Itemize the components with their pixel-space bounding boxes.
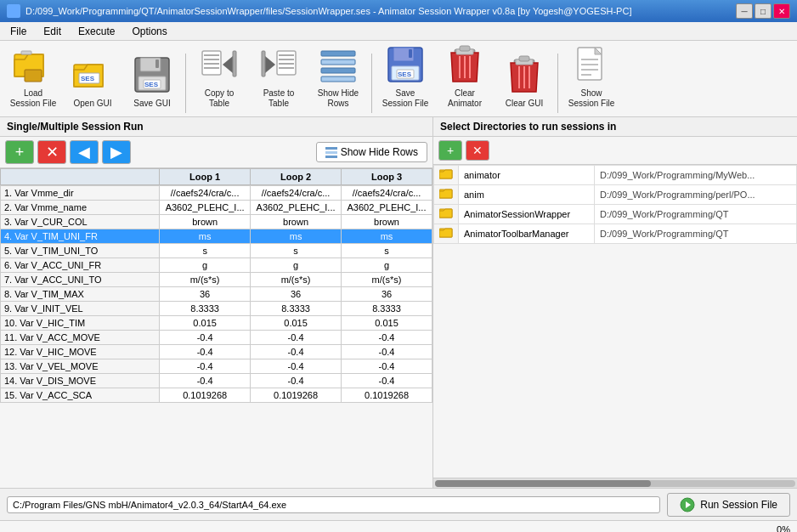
row-value-loop2[interactable]: //caefs24/cra/c... <box>251 186 342 201</box>
row-value-loop3[interactable]: -0.4 <box>342 331 432 345</box>
add-session-button[interactable]: + <box>5 140 34 164</box>
row-value-loop3[interactable]: ms <box>342 229 432 244</box>
minimize-button[interactable]: ─ <box>736 3 753 19</box>
row-value-loop2[interactable]: 0.015 <box>251 316 342 331</box>
list-item[interactable]: animD:/099_Work/Programming/perl/PO... <box>434 185 797 205</box>
table-row[interactable]: 10. Var V_HIC_TIM0.0150.0150.015 <box>1 316 432 331</box>
table-scroll-area[interactable]: 1. Var Vmme_dir//caefs24/cra/c...//caefs… <box>0 185 432 484</box>
toolbar-sep-3 <box>557 54 558 113</box>
row-value-loop1[interactable]: -0.4 <box>160 345 251 359</box>
app-icon <box>7 4 20 18</box>
add-directory-button[interactable]: + <box>438 140 462 161</box>
horizontal-scrollbar[interactable] <box>433 478 797 488</box>
table-row[interactable]: 3. Var V_CUR_COLbrownbrownbrown <box>1 215 432 229</box>
row-value-loop3[interactable]: 8.3333 <box>342 302 432 316</box>
row-value-loop2[interactable]: -0.4 <box>251 345 342 359</box>
menu-edit[interactable]: Edit <box>37 24 68 39</box>
row-value-loop2[interactable]: 0.1019268 <box>251 388 342 403</box>
row-value-loop2[interactable]: s <box>251 244 342 258</box>
directory-list[interactable]: animatorD:/099_Work/Programming/MyWeb...… <box>433 165 797 478</box>
row-value-loop3[interactable]: //caefs24/cra/c... <box>342 186 432 201</box>
forward-session-button[interactable]: ▶ <box>102 140 131 164</box>
row-value-loop2[interactable]: brown <box>251 215 342 229</box>
table-row[interactable]: 9. Var V_INIT_VEL8.33338.33338.3333 <box>1 302 432 316</box>
row-value-loop2[interactable]: m/(s*s) <box>251 273 342 287</box>
svg-rect-41 <box>460 46 470 51</box>
row-value-loop3[interactable]: 0.1019268 <box>342 388 432 403</box>
row-value-loop1[interactable]: -0.4 <box>160 374 251 388</box>
clear-gui-button[interactable]: Clear GUI <box>496 50 552 113</box>
row-value-loop2[interactable]: -0.4 <box>251 359 342 374</box>
row-value-loop3[interactable]: 0.015 <box>342 316 432 331</box>
save-gui-button[interactable]: SES Save GUI <box>124 50 180 113</box>
menu-execute[interactable]: Execute <box>71 24 122 39</box>
row-value-loop2[interactable]: A3602_PLEHC_I... <box>251 201 342 215</box>
table-row[interactable]: 2. Var Vmme_nameA3602_PLEHC_I...A3602_PL… <box>1 201 432 215</box>
show-session-button[interactable]: Show Session File <box>563 40 619 113</box>
row-label: 13. Var V_VEL_MOVE <box>1 359 160 374</box>
row-value-loop3[interactable]: A3602_PLEHC_I... <box>342 201 432 215</box>
row-value-loop1[interactable]: 36 <box>160 287 251 302</box>
paste-to-table-button[interactable]: Paste to Table <box>251 40 307 113</box>
table-row[interactable]: 12. Var V_HIC_MOVE-0.4-0.4-0.4 <box>1 345 432 359</box>
row-value-loop2[interactable]: 8.3333 <box>251 302 342 316</box>
back-session-button[interactable]: ◀ <box>70 140 99 164</box>
remove-session-button[interactable]: ✕ <box>37 140 66 164</box>
row-value-loop1[interactable]: -0.4 <box>160 331 251 345</box>
row-value-loop3[interactable]: g <box>342 258 432 273</box>
table-row[interactable]: 4. Var V_TIM_UNI_FRmsmsms <box>1 229 432 244</box>
menu-file[interactable]: File <box>3 24 33 39</box>
copy-to-table-button[interactable]: Copy to Table <box>191 40 247 113</box>
row-value-loop3[interactable]: m/(s*s) <box>342 273 432 287</box>
clear-animator-button[interactable]: Clear Animator <box>437 40 493 113</box>
row-value-loop3[interactable]: s <box>342 244 432 258</box>
row-value-loop1[interactable]: ms <box>160 229 251 244</box>
window-controls: ─ □ ✕ <box>736 3 790 19</box>
table-row[interactable]: 13. Var V_VEL_MOVE-0.4-0.4-0.4 <box>1 359 432 374</box>
row-value-loop1[interactable]: g <box>160 258 251 273</box>
open-gui-label: Open GUI <box>73 99 111 109</box>
close-button[interactable]: ✕ <box>773 3 790 19</box>
table-row[interactable]: 15. Var V_ACC_SCA0.10192680.10192680.101… <box>1 388 432 403</box>
row-value-loop1[interactable]: s <box>160 244 251 258</box>
row-value-loop1[interactable]: 0.1019268 <box>160 388 251 403</box>
row-value-loop1[interactable]: m/(s*s) <box>160 273 251 287</box>
row-value-loop2[interactable]: 36 <box>251 287 342 302</box>
table-row[interactable]: 1. Var Vmme_dir//caefs24/cra/c...//caefs… <box>1 186 432 201</box>
row-value-loop3[interactable]: -0.4 <box>342 374 432 388</box>
menu-options[interactable]: Options <box>125 24 173 39</box>
run-session-button[interactable]: Run Session File <box>667 493 790 517</box>
row-value-loop1[interactable]: //caefs24/cra/c... <box>160 186 251 201</box>
row-value-loop1[interactable]: A3602_PLEHC_I... <box>160 201 251 215</box>
open-gui-button[interactable]: SES Open GUI <box>65 50 121 113</box>
row-value-loop2[interactable]: ms <box>251 229 342 244</box>
show-hide-rows-toolbar-button[interactable]: Show Hide Rows <box>310 40 366 113</box>
list-item[interactable]: AnimatorToolbarManagerD:/099_Work/Progra… <box>434 224 797 244</box>
row-value-loop3[interactable]: 36 <box>342 287 432 302</box>
row-value-loop1[interactable]: -0.4 <box>160 359 251 374</box>
table-row[interactable]: 6. Var V_ACC_UNI_FRggg <box>1 258 432 273</box>
list-item[interactable]: AnimatorSessionWrapperD:/099_Work/Progra… <box>434 205 797 224</box>
row-value-loop1[interactable]: brown <box>160 215 251 229</box>
remove-directory-button[interactable]: ✕ <box>466 140 489 161</box>
row-value-loop3[interactable]: -0.4 <box>342 345 432 359</box>
table-row[interactable]: 14. Var V_DIS_MOVE-0.4-0.4-0.4 <box>1 374 432 388</box>
list-item[interactable]: animatorD:/099_Work/Programming/MyWeb... <box>434 166 797 185</box>
row-value-loop1[interactable]: 8.3333 <box>160 302 251 316</box>
row-value-loop3[interactable]: -0.4 <box>342 359 432 374</box>
save-session-icon: SES <box>385 44 426 85</box>
row-value-loop1[interactable]: 0.015 <box>160 316 251 331</box>
load-session-button[interactable]: Load Session File <box>5 40 61 113</box>
table-row[interactable]: 11. Var V_ACC_MOVE-0.4-0.4-0.4 <box>1 331 432 345</box>
table-row[interactable]: 5. Var V_TIM_UNI_TOsss <box>1 244 432 258</box>
save-session-button[interactable]: SES Save Session File <box>377 40 433 113</box>
row-value-loop3[interactable]: brown <box>342 215 432 229</box>
table-row[interactable]: 8. Var V_TIM_MAX363636 <box>1 287 432 302</box>
executable-path-input[interactable] <box>7 496 660 513</box>
table-row[interactable]: 7. Var V_ACC_UNI_TOm/(s*s)m/(s*s)m/(s*s) <box>1 273 432 287</box>
row-value-loop2[interactable]: -0.4 <box>251 331 342 345</box>
show-hide-rows-button[interactable]: Show Hide Rows <box>316 142 427 162</box>
row-value-loop2[interactable]: -0.4 <box>251 374 342 388</box>
maximize-button[interactable]: □ <box>755 3 772 19</box>
row-value-loop2[interactable]: g <box>251 258 342 273</box>
